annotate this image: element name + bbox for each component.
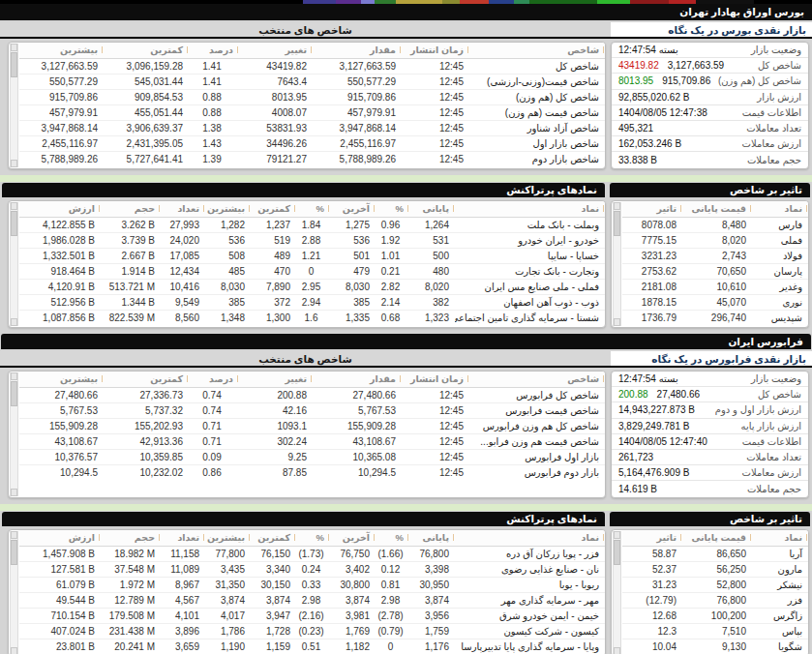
column-header[interactable]: زمان انتشار bbox=[402, 372, 469, 387]
tab-ifb-market-glance[interactable]: بازار نقدی فرابورس در یک نگاه bbox=[611, 351, 812, 366]
table-row[interactable]: بپاس7,51012.3 bbox=[622, 623, 808, 639]
column-header[interactable]: شاخص bbox=[469, 372, 605, 387]
column-header[interactable]: تعداد bbox=[161, 530, 205, 546]
table-row[interactable]: شگویا9,13010.04 bbox=[622, 639, 808, 654]
column-header[interactable]: حجم bbox=[101, 201, 161, 217]
scrollbar[interactable] bbox=[10, 531, 18, 654]
scroll-down-icon[interactable] bbox=[11, 160, 17, 167]
table-row[interactable]: شستا - سرمایه گذاری تامین اجتماعی1,3230.… bbox=[19, 310, 605, 325]
scrollbar[interactable] bbox=[613, 531, 621, 654]
table-row[interactable]: شاخص قیمت (هم وزن)12:45457,979.914008.07… bbox=[19, 104, 605, 120]
table-row[interactable]: پارسان70,6502753.62 bbox=[622, 263, 808, 279]
scroll-up-icon[interactable] bbox=[11, 531, 17, 539]
column-header[interactable]: مقدار bbox=[313, 372, 402, 387]
table-row[interactable]: فارس8,4808078.08 bbox=[622, 217, 808, 232]
table-row[interactable]: وپایا - سرمایه گذاری پایا تدبیرپارسا1,17… bbox=[19, 639, 605, 654]
table-row[interactable]: بازار دوم فرابورس12:4510,294.587.850.861… bbox=[19, 464, 605, 480]
column-header[interactable]: کمترین bbox=[251, 530, 296, 546]
table-row[interactable]: ذوب - ذوب آهن اصفهان3822.143852.94372385… bbox=[19, 294, 605, 310]
table-row[interactable]: شاخص بازار اول12:452,455,116.9734496.261… bbox=[19, 135, 605, 151]
table-row[interactable]: فزر - پویا زرکان آق دره76,800(1.66)76,75… bbox=[19, 546, 605, 561]
scroll-thumb[interactable] bbox=[11, 540, 17, 565]
table-row[interactable]: فزر76,800(12.79) bbox=[622, 592, 808, 608]
scroll-thumb[interactable] bbox=[614, 211, 620, 236]
table-row[interactable]: خساپا - سایپا5001.015011.2148950817,0852… bbox=[19, 248, 605, 263]
column-header[interactable]: شاخص bbox=[469, 43, 605, 58]
table-row[interactable]: شاخص آزاد شناور12:453,947,868.1453831.93… bbox=[19, 120, 605, 135]
column-header[interactable]: % bbox=[376, 530, 409, 546]
table-row[interactable]: آریا86,65058.87 bbox=[622, 546, 808, 561]
column-header[interactable]: کمترین bbox=[104, 372, 189, 387]
table-row[interactable]: شاخص کل فرابورس12:4527,480.66200.880.742… bbox=[19, 387, 605, 402]
column-header[interactable]: درصد bbox=[189, 372, 239, 387]
column-header[interactable]: پایانی bbox=[409, 201, 455, 217]
table-row[interactable]: شاخص قیمت(وزنی-ارزشی)12:45550,577.297643… bbox=[19, 74, 605, 89]
scrollbar[interactable] bbox=[10, 44, 18, 167]
scroll-up-icon[interactable] bbox=[11, 372, 17, 380]
table-row[interactable]: فملی8,0207775.15 bbox=[622, 232, 808, 248]
scroll-up-icon[interactable] bbox=[11, 44, 17, 51]
scrollbar[interactable] bbox=[10, 202, 18, 326]
table-row[interactable]: شاخص کل (هم وزن)12:45915,709.868013.950.… bbox=[19, 89, 605, 104]
column-header[interactable]: بیشترین bbox=[205, 201, 251, 217]
table-row[interactable]: مهر - سرمایه گذاری مهر3,8742.983,8742.98… bbox=[19, 592, 605, 608]
column-header[interactable]: % bbox=[296, 201, 330, 217]
column-header[interactable]: تغییر bbox=[239, 372, 313, 387]
column-header[interactable]: کمترین bbox=[104, 43, 189, 58]
table-row[interactable]: بازار اول فرابورس12:4510,365.089.250.091… bbox=[19, 449, 605, 464]
table-row[interactable]: شاخص کل هم وزن فرابورس12:45155,909.28109… bbox=[19, 418, 605, 433]
column-header[interactable]: پایانی bbox=[409, 530, 455, 546]
column-header[interactable]: نماد bbox=[752, 530, 808, 546]
table-row[interactable]: خودرو - ایران خودرو5311.925362.885195362… bbox=[19, 232, 605, 248]
table-row[interactable]: کیسون - شرکت کیسون1,759(0.79)1,769(0.23)… bbox=[19, 623, 605, 639]
column-header[interactable]: کمترین bbox=[251, 201, 296, 217]
column-header[interactable]: تاثیر bbox=[622, 530, 682, 546]
column-header[interactable]: نماد bbox=[455, 530, 605, 546]
column-header[interactable]: % bbox=[296, 530, 330, 546]
table-row[interactable]: وغدیر10,6102181.08 bbox=[622, 279, 808, 294]
column-header[interactable]: نماد bbox=[455, 201, 605, 217]
table-row[interactable]: وتجارت - بانک تجارت4800.21479047048512,4… bbox=[19, 263, 605, 279]
column-header[interactable]: درصد bbox=[189, 43, 239, 58]
table-row[interactable]: نوری45,0701878.15 bbox=[622, 294, 808, 310]
scroll-up-icon[interactable] bbox=[614, 202, 620, 210]
column-header[interactable]: قیمت پایانی bbox=[682, 201, 752, 217]
table-row[interactable]: مارون56,25052.37 bbox=[622, 561, 808, 577]
scroll-down-icon[interactable] bbox=[614, 318, 620, 326]
scrollbar[interactable] bbox=[613, 202, 621, 326]
scroll-down-icon[interactable] bbox=[11, 647, 17, 654]
column-header[interactable]: % bbox=[376, 201, 409, 217]
column-header[interactable]: ارزش bbox=[19, 201, 101, 217]
table-row[interactable]: وبملت - بانک ملت1,2640.961,2751.841,2371… bbox=[19, 217, 605, 232]
scroll-up-icon[interactable] bbox=[614, 531, 620, 539]
scroll-thumb[interactable] bbox=[11, 381, 17, 406]
table-row[interactable]: فملی - ملی صنایع مس ایران8,0202.828,0302… bbox=[19, 279, 605, 294]
column-header[interactable]: ارزش bbox=[19, 530, 101, 546]
column-header[interactable]: بیشترین bbox=[205, 530, 251, 546]
column-header[interactable]: مقدار bbox=[313, 43, 402, 58]
table-row[interactable]: ریوبا - یوبا30,9500.8130,8000.3330,15031… bbox=[19, 577, 605, 592]
table-row[interactable]: خیمن - ایمن خودرو شرق3,956(2.78)3,981(2.… bbox=[19, 608, 605, 623]
tab-ifb-selected-indices[interactable]: شاخص های منتخب bbox=[0, 351, 611, 366]
column-header[interactable]: نماد bbox=[752, 201, 808, 217]
tab-tse-market-glance[interactable]: بازار نقدی بورس در یک نگاه bbox=[611, 22, 812, 37]
column-header[interactable]: قیمت پایانی bbox=[682, 530, 752, 546]
scroll-up-icon[interactable] bbox=[11, 202, 17, 210]
table-row[interactable]: شپدیس296,7401736.79 bbox=[622, 310, 808, 325]
scroll-down-icon[interactable] bbox=[11, 318, 17, 326]
column-header[interactable]: تعداد bbox=[161, 201, 205, 217]
table-row[interactable]: شاخص قیمت هم وزن فرابو...12:4543,108.673… bbox=[19, 433, 605, 449]
column-header[interactable]: زمان انتشار bbox=[402, 43, 469, 58]
table-row[interactable]: فولاد2,7433231.23 bbox=[622, 248, 808, 263]
column-header[interactable]: آخرین bbox=[330, 201, 376, 217]
scroll-thumb[interactable] bbox=[11, 211, 17, 236]
column-header[interactable]: بیشترین bbox=[19, 43, 104, 58]
table-row[interactable]: شاخص کل12:453,127,663.5943419.821.413,09… bbox=[19, 58, 605, 74]
scroll-thumb[interactable] bbox=[614, 540, 620, 565]
table-row[interactable]: شاخص بازار دوم12:455,788,989.2679121.271… bbox=[19, 151, 605, 166]
column-header[interactable]: بیشترین bbox=[19, 372, 104, 387]
column-header[interactable]: آخرین bbox=[330, 530, 376, 546]
scroll-down-icon[interactable] bbox=[11, 489, 17, 496]
scrollbar[interactable] bbox=[10, 372, 18, 496]
column-header[interactable]: تاثیر bbox=[622, 201, 682, 217]
